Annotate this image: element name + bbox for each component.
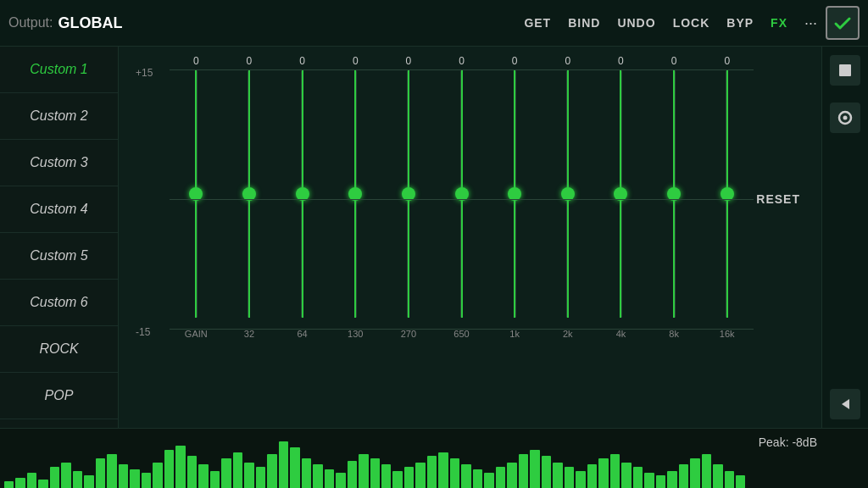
spectrum-bar <box>519 454 528 488</box>
slider-value-64: 0 <box>299 55 305 67</box>
check-icon <box>832 13 853 33</box>
spectrum-bar <box>679 464 688 488</box>
slider-col-64: 064 <box>275 55 329 318</box>
slider-col-2k: 02k <box>541 55 594 318</box>
spectrum-bar <box>530 450 539 488</box>
spectrum-bar <box>325 469 334 488</box>
undo-button[interactable]: UNDO <box>617 16 655 30</box>
slider-value-16k: 0 <box>724 55 730 67</box>
spectrum-bar <box>370 458 380 488</box>
spectrum-bar <box>438 452 448 488</box>
spectrum-bar <box>348 461 357 488</box>
slider-value-270: 0 <box>406 55 412 67</box>
slider-label-650: 650 <box>453 329 469 339</box>
spectrum-bar <box>427 456 437 488</box>
slider-label-64: 64 <box>297 329 307 339</box>
spectrum-bar <box>507 463 516 488</box>
sidebar-item-6[interactable]: ROCK <box>0 326 118 373</box>
slider-label-32: 32 <box>244 329 254 339</box>
lock-button[interactable]: LOCK <box>673 16 710 30</box>
slider-track-4k[interactable] <box>620 70 622 318</box>
spectrum-bar <box>576 471 585 488</box>
slider-track-1k[interactable] <box>514 70 516 318</box>
circle-button[interactable] <box>830 103 860 133</box>
sidebar-item-5[interactable]: Custom 6 <box>0 280 118 326</box>
sidebar-item-7[interactable]: POP <box>0 373 118 419</box>
eq-line-label: +15 <box>136 67 153 79</box>
main-area: Custom 1Custom 2Custom 3Custom 4Custom 5… <box>0 47 868 428</box>
slider-label-GAIN: GAIN <box>185 329 208 339</box>
slider-col-8k: 08k <box>648 55 701 318</box>
peak-label: Peak: -8dB <box>759 435 817 449</box>
spectrum-bar <box>359 454 368 488</box>
spectrum-bar <box>175 446 185 488</box>
spectrum-bar <box>164 450 174 488</box>
circle-icon <box>837 109 854 126</box>
reset-button[interactable]: RESET <box>756 192 800 206</box>
spectrum-bar <box>61 463 70 488</box>
slider-track-270[interactable] <box>407 70 409 318</box>
spectrum-bar <box>702 454 711 488</box>
spectrum-bar <box>313 464 322 488</box>
slider-label-2k: 2k <box>563 329 573 339</box>
spectrum-bar <box>130 469 139 488</box>
spectrum-bar <box>210 471 220 488</box>
slider-col-32: 032 <box>223 55 276 318</box>
slider-value-GAIN: 0 <box>193 55 199 67</box>
byp-button[interactable]: BYP <box>726 16 754 30</box>
spectrum-bar <box>107 454 116 488</box>
spectrum-bar <box>656 475 665 488</box>
spectrum-bar <box>50 467 59 488</box>
eq-area: 0GAIN03206401300270065001k02k04k08k016k … <box>119 47 821 428</box>
more-options-button[interactable]: ··· <box>804 14 817 32</box>
spectrum-bar <box>336 473 345 488</box>
slider-track-GAIN[interactable] <box>195 70 198 318</box>
spectrum-bar <box>713 464 722 488</box>
right-controls <box>821 47 868 428</box>
spectrum-bar <box>644 473 654 488</box>
spectrum-bar <box>415 463 425 488</box>
slider-col-4k: 04k <box>594 55 648 318</box>
slider-track-130[interactable] <box>354 70 357 318</box>
slider-track-650[interactable] <box>460 70 463 318</box>
back-icon <box>837 396 854 413</box>
bind-button[interactable]: BIND <box>568 16 600 30</box>
fx-button[interactable]: FX <box>771 16 787 30</box>
slider-col-16k: 016k <box>700 55 754 318</box>
spectrum-bar <box>473 469 482 488</box>
spectrum-bar <box>198 464 208 488</box>
spectrum-bar <box>290 447 299 488</box>
output-label: Output: <box>8 15 53 30</box>
slider-track-16k[interactable] <box>726 70 728 318</box>
sidebar: Custom 1Custom 2Custom 3Custom 4Custom 5… <box>0 47 119 428</box>
sidebar-item-4[interactable]: Custom 5 <box>0 233 118 280</box>
slider-track-8k[interactable] <box>673 70 676 318</box>
slider-label-270: 270 <box>401 329 416 339</box>
spectrum-area: Peak: -8dB <box>0 428 868 488</box>
spectrum-bar <box>142 473 151 488</box>
output-value: GLOBAL <box>58 14 515 32</box>
sidebar-item-3[interactable]: Custom 4 <box>0 186 118 233</box>
back-button[interactable] <box>830 389 860 419</box>
slider-value-650: 0 <box>459 55 465 67</box>
sliders-container: 0GAIN03206401300270065001k02k04k08k016k <box>170 55 754 318</box>
slider-label-1k: 1k <box>509 329 520 339</box>
square-button[interactable] <box>830 55 860 86</box>
spectrum-bar <box>233 452 242 488</box>
spectrum-bar <box>725 471 734 488</box>
slider-col-GAIN: 0GAIN <box>170 55 223 318</box>
spectrum-bar <box>484 473 493 488</box>
sidebar-item-2[interactable]: Custom 3 <box>0 140 118 186</box>
slider-track-32[interactable] <box>248 70 250 318</box>
slider-col-130: 0130 <box>329 55 382 318</box>
slider-track-2k[interactable] <box>566 70 569 318</box>
get-button[interactable]: GET <box>524 16 551 30</box>
slider-col-270: 0270 <box>382 55 436 318</box>
spectrum-bar <box>302 458 311 488</box>
eq-line-label: -15 <box>136 326 150 338</box>
slider-track-64[interactable] <box>301 70 303 318</box>
header: Output: GLOBAL GET BIND UNDO LOCK BYP FX… <box>0 0 868 47</box>
sidebar-item-1[interactable]: Custom 2 <box>0 93 118 140</box>
check-button[interactable] <box>826 6 860 40</box>
sidebar-item-0[interactable]: Custom 1 <box>0 47 118 93</box>
